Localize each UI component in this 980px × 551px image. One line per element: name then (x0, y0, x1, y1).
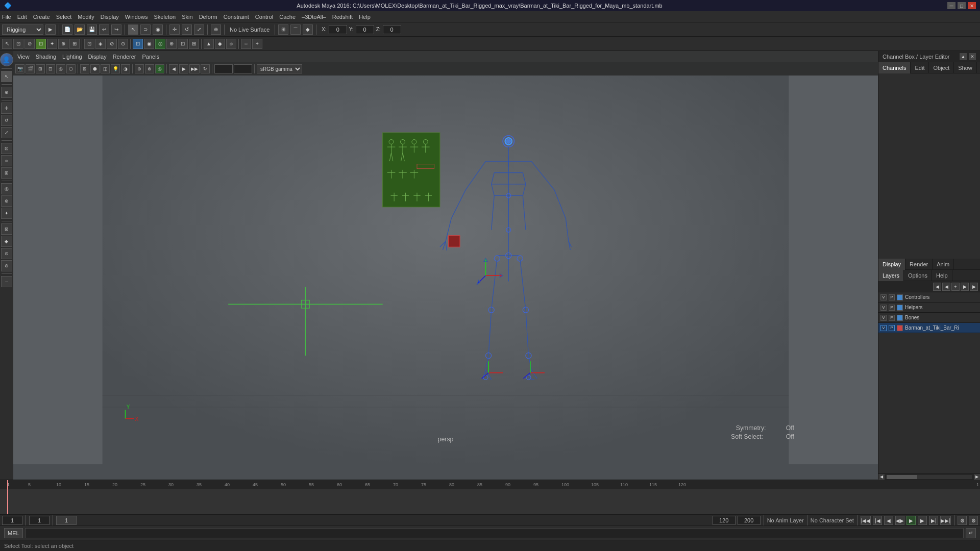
mel-input[interactable] (25, 528, 964, 538)
joint-lt[interactable]: ◎ (1, 183, 12, 194)
coord-x-input[interactable] (329, 25, 347, 34)
tab-show[interactable]: Show (954, 62, 977, 73)
toolbar-btn-1[interactable]: ▶ (45, 24, 56, 35)
undo-btn[interactable]: ↩ (99, 24, 109, 35)
play-back-btn[interactable]: ◀▶ (895, 516, 904, 525)
vp-value1-input[interactable]: 0.00 (214, 64, 233, 73)
vp-menu-shading[interactable]: Shading (36, 54, 56, 60)
range-end-input[interactable] (713, 516, 736, 525)
layer-item-controllers[interactable]: V P Controllers (878, 292, 980, 303)
tab-help[interactable]: Help (932, 270, 952, 281)
scale-tool-btn[interactable]: ⤢ (194, 24, 204, 35)
snap-to-point-btn[interactable]: ◆ (303, 24, 313, 35)
vp-shade2-btn[interactable]: ⬢ (90, 64, 100, 73)
menu-cache[interactable]: Cache (279, 14, 296, 20)
viewport[interactable]: View Shading Lighting Display Renderer P… (13, 51, 878, 480)
frame-counter[interactable] (56, 516, 77, 525)
vp-sel-btn[interactable]: ⊡ (46, 64, 55, 73)
vp-menu-renderer[interactable]: Renderer (113, 54, 136, 60)
coord-z-input[interactable] (383, 25, 401, 34)
layer-v-helpers[interactable]: V (880, 305, 887, 311)
step-fwd-btn[interactable]: ▶ (918, 516, 927, 525)
bones-btn[interactable]: ⊞ (69, 39, 80, 49)
right-panel-scrollbar[interactable]: ◀ ▶ (878, 473, 980, 480)
timeline-track[interactable] (0, 489, 980, 515)
tab-render[interactable]: Render (905, 259, 933, 270)
scroll-right-btn[interactable]: ▶ (974, 474, 980, 480)
redo-btn[interactable]: ↪ (111, 24, 121, 35)
history-btn[interactable]: ↔ (241, 39, 251, 49)
menu-select[interactable]: Select (56, 14, 72, 20)
menu-edit[interactable]: Edit (17, 14, 27, 20)
coord-y-input[interactable] (356, 25, 374, 34)
soft-btn[interactable]: ◆ (215, 39, 225, 49)
cluster-lt[interactable]: ✦ (1, 208, 12, 219)
vp-prev-btn[interactable]: ◀ (169, 64, 178, 73)
menu-windows[interactable]: Windows (125, 14, 148, 20)
select-tool-lt[interactable]: ↖ (1, 71, 12, 82)
blend-btn[interactable]: ⊕ (166, 39, 177, 49)
close-button[interactable]: ✕ (968, 2, 976, 9)
weight-btn[interactable]: ⊙ (118, 39, 128, 49)
anim-settings-btn2[interactable]: ⚙ (969, 516, 978, 525)
vp-grid-btn[interactable]: ⊞ (36, 64, 45, 73)
max-frame-input[interactable] (738, 516, 761, 525)
current-frame-display[interactable] (29, 516, 50, 525)
vp-hud-btn[interactable]: ⊗ (145, 64, 154, 73)
tab-display[interactable]: Display (878, 259, 905, 270)
lattice-btn[interactable]: ⊞ (189, 39, 199, 49)
layer-p-helpers[interactable]: P (889, 305, 895, 311)
paint-btn[interactable]: ⊡ (36, 39, 46, 49)
step-back-btn[interactable]: ◀ (884, 516, 893, 525)
snap-to-grid-btn[interactable]: ⊞ (278, 24, 288, 35)
minimize-button[interactable]: ─ (947, 2, 955, 9)
layer-p-barman[interactable]: P (889, 325, 895, 331)
layer-item-helpers[interactable]: V P Helpers (878, 303, 980, 313)
vp-film-btn[interactable]: 🎬 (26, 64, 35, 73)
vp-camera-btn[interactable]: 📷 (15, 64, 24, 73)
vp-tex-btn[interactable]: ◫ (101, 64, 110, 73)
soft-mod-lt[interactable]: ⌾ (1, 155, 12, 166)
layer-item-barman[interactable]: V P Barman_at_Tiki_Bar_Ri (878, 323, 980, 333)
paint-lt[interactable]: ⊙ (1, 248, 12, 259)
panel-expand-btn[interactable]: ▲ (960, 53, 967, 60)
menu-help[interactable]: Help (359, 14, 371, 20)
mode-selector[interactable]: Rigging Animation Modeling Rendering (2, 24, 43, 35)
snap-to-curve-btn[interactable]: ⌒ (290, 24, 301, 35)
mel-enter-btn[interactable]: ↵ (966, 528, 976, 538)
anim-btn[interactable]: ◎ (155, 39, 165, 49)
menu-skeleton[interactable]: Skeleton (154, 14, 176, 20)
sculpt-lt[interactable]: ◆ (1, 236, 12, 247)
bind-btn[interactable]: ◉ (144, 39, 154, 49)
anim-settings-btn[interactable]: ⚙ (958, 516, 967, 525)
lattice-lt[interactable]: ⊠ (1, 223, 12, 235)
menu-3dtall[interactable]: –3DtoAll– (302, 14, 326, 20)
brush-btn[interactable]: ⊘ (24, 39, 35, 49)
tab-options[interactable]: Options (904, 270, 932, 281)
tab-edit[interactable]: Edit (911, 62, 929, 73)
layer-v-barman[interactable]: V (880, 325, 887, 331)
timeline-ruler[interactable]: 1 5 10 15 20 25 30 35 40 45 50 55 60 65 … (0, 480, 980, 489)
layer-item-bones[interactable]: V P Bones (878, 313, 980, 323)
vp-next-btn[interactable]: ▶▶ (189, 64, 200, 73)
open-file-btn[interactable]: 📂 (75, 24, 85, 35)
skin-btn[interactable]: ⊡ (133, 39, 143, 49)
scale-lt[interactable]: ⤢ (1, 127, 12, 138)
layer-v-bones[interactable]: V (880, 315, 887, 321)
menu-display[interactable]: Display (101, 14, 119, 20)
tab-object[interactable]: Object (929, 62, 954, 73)
menu-modify[interactable]: Modify (78, 14, 94, 20)
ik-lt[interactable]: ⊗ (1, 195, 12, 207)
menu-deform[interactable]: Deform (199, 14, 217, 20)
menu-skin[interactable]: Skin (182, 14, 192, 20)
maximize-button[interactable]: □ (958, 2, 966, 9)
vp-menu-lighting[interactable]: Lighting (62, 54, 82, 60)
skip-to-start-btn[interactable]: |◀◀ (861, 516, 871, 525)
vp-value2-input[interactable]: 1.00 (234, 64, 252, 73)
morph-btn[interactable]: ▲ (204, 39, 214, 49)
layer-add-btn[interactable]: + (951, 283, 960, 291)
next-key-btn[interactable]: ▶| (929, 516, 938, 525)
layer-next-btn[interactable]: ▶ (961, 283, 969, 291)
vp-play-btn[interactable]: ▶ (179, 64, 188, 73)
vp-aa-btn[interactable]: ⊕ (135, 64, 144, 73)
